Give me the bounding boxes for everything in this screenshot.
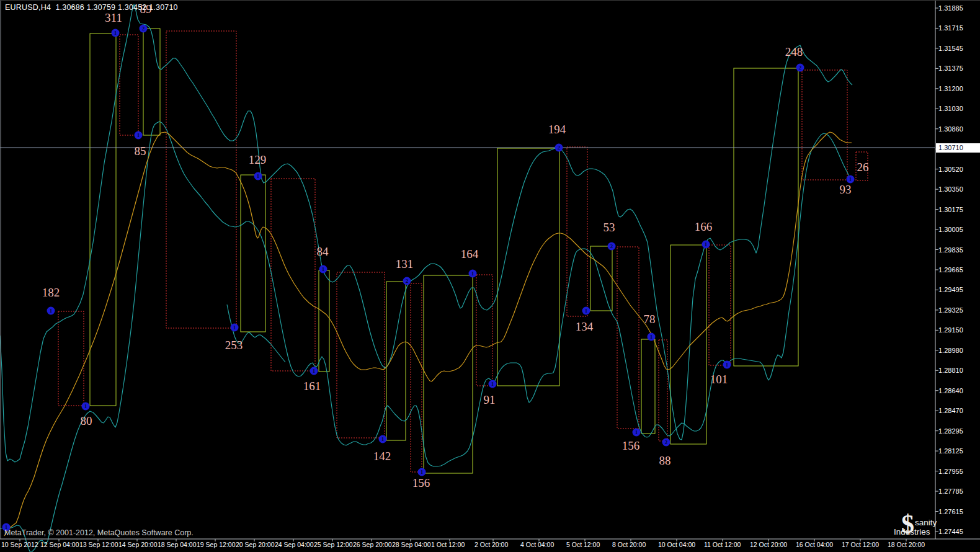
buy-zone-rect <box>590 246 612 311</box>
signal-marker-digit: 1 <box>313 368 316 374</box>
x-axis-label: 11 Oct 12:00 <box>704 541 741 548</box>
sell-zone-rect <box>617 247 639 429</box>
signal-count-label: 78 <box>644 313 656 326</box>
signal-count-label: 91 <box>484 393 496 406</box>
signal-marker-digit: 1 <box>849 176 852 182</box>
y-axis-label: 1.31715 <box>938 24 963 32</box>
signal-count-label: 85 <box>135 145 146 158</box>
x-axis-label: 4 Oct 04:00 <box>520 541 554 548</box>
x-axis-label: 18 Sep 04:00 <box>158 541 196 548</box>
buy-zone-rect <box>734 68 798 366</box>
buy-zone-rect <box>143 29 160 135</box>
x-axis-label: 14 Sep 20:00 <box>118 541 157 548</box>
x-axis-label: 18 Oct 20:00 <box>888 541 925 548</box>
sell-zone-rect <box>271 179 315 371</box>
signal-count-label: 84 <box>317 245 329 258</box>
y-axis-label: 1.28470 <box>938 407 963 414</box>
y-axis-label: 1.29665 <box>938 266 963 274</box>
y-axis-label: 1.31885 <box>938 4 963 12</box>
watermark-line1: sanity <box>915 518 937 527</box>
x-axis-label: 5 Oct 12:00 <box>566 541 600 548</box>
signal-marker-digit: 1 <box>50 308 53 314</box>
sell-zone-rect <box>709 245 731 365</box>
x-axis-label: 2 Oct 20:00 <box>474 541 508 548</box>
signal-marker-digit: 2 <box>142 25 145 32</box>
x-axis-label: 17 Oct 12:00 <box>842 541 879 548</box>
chart-canvas[interactable]: 1118218013111852891253112911611841142213… <box>0 1 980 552</box>
y-axis-label: 1.30860 <box>938 125 963 133</box>
sell-zone-rect <box>166 31 236 328</box>
signal-count-label: 129 <box>249 153 267 166</box>
signal-marker-digit: 1 <box>84 403 87 409</box>
signal-marker-digit: 1 <box>421 469 424 475</box>
price-line <box>0 4 852 462</box>
signal-marker-digit: 2 <box>406 278 409 284</box>
watermark: $ sanity Industries <box>891 514 935 541</box>
symbol-period-label: EURUSD,H4 <box>5 3 51 12</box>
signal-count-label: 88 <box>659 454 671 467</box>
buy-zone-rect <box>386 282 406 440</box>
signal-count-label: 164 <box>461 247 479 260</box>
chart-window: 1118218013111852891253112911611841142213… <box>0 0 980 552</box>
buy-zone-rect <box>424 275 473 473</box>
signal-count-label: 80 <box>81 414 92 427</box>
y-axis-label: 1.30350 <box>938 185 963 193</box>
x-axis-label: 28 Sep 04:00 <box>392 541 430 548</box>
copyright-text: MetaTrader, © 2001-2012, MetaQuotes Soft… <box>4 528 194 537</box>
x-axis-label: 12 Oct 20:00 <box>750 541 787 548</box>
signal-marker-digit: 2 <box>799 65 802 71</box>
x-axis-label: 10 Sep 2012 <box>1 541 38 548</box>
y-axis-label: 1.27445 <box>938 528 963 535</box>
x-axis-label: 1 Oct 12:00 <box>431 541 465 548</box>
sell-zone-rect <box>120 35 138 135</box>
x-axis-label: 16 Oct 04:00 <box>796 541 833 548</box>
signal-count-label: 53 <box>604 221 615 234</box>
sell-zone-rect <box>802 70 847 180</box>
signal-marker-digit: 2 <box>558 145 561 151</box>
signal-count-label: 93 <box>840 183 852 196</box>
signal-count-label: 134 <box>576 320 594 333</box>
x-axis-label: 12 Sep 04:00 <box>40 541 79 548</box>
x-axis-label: 20 Sep 20:00 <box>236 541 274 548</box>
signal-count-label: 182 <box>42 286 60 299</box>
y-axis-label: 1.28810 <box>938 367 963 374</box>
signal-count-label: 166 <box>695 220 713 233</box>
signal-marker-digit: 1 <box>705 241 708 247</box>
buy-zone-rect <box>641 339 655 434</box>
signal-count-label: 131 <box>396 257 414 270</box>
y-axis-label: 1.27785 <box>938 487 963 495</box>
x-axis-label: 13 Sep 12:00 <box>79 541 118 548</box>
signal-count-label: 156 <box>622 439 640 452</box>
signal-count-label: 161 <box>303 380 321 393</box>
y-axis-label: 1.29835 <box>938 246 963 254</box>
y-axis-label: 1.31030 <box>938 105 963 112</box>
x-axis-label: 24 Sep 04:00 <box>275 541 313 548</box>
y-axis-label: 1.27615 <box>938 508 963 515</box>
buy-zone-rect <box>90 33 116 406</box>
sell-zone-rect <box>411 283 422 472</box>
sell-zone-rect <box>476 275 492 386</box>
y-axis-label: 1.31375 <box>938 65 963 72</box>
signal-count-label: 253 <box>225 339 243 352</box>
signal-marker-digit: 2 <box>665 439 668 445</box>
signal-count-label: 194 <box>548 123 566 136</box>
signal-count-label: 101 <box>710 373 728 386</box>
x-axis-label: 19 Sep 12:00 <box>197 541 235 548</box>
signal-marker-digit: 1 <box>381 436 385 442</box>
signal-count-label: 156 <box>412 476 430 489</box>
sell-zone-rect <box>567 147 587 316</box>
signal-marker-digit: 1 <box>585 308 588 314</box>
signal-marker-digit: 1 <box>726 362 729 368</box>
x-axis-label: 10 Oct 04:00 <box>658 541 695 548</box>
signal-marker-digit: 1 <box>114 30 117 36</box>
y-axis-label: 1.31545 <box>938 45 963 52</box>
y-axis-label: 1.30175 <box>938 206 963 213</box>
signal-marker-digit: 1 <box>491 381 494 387</box>
signal-marker-digit: 1 <box>650 334 653 340</box>
y-axis-label: 1.27955 <box>938 468 963 475</box>
y-axis-label: 1.31200 <box>938 85 963 92</box>
x-axis-label: 26 Sep 20:00 <box>353 541 391 548</box>
ma-line <box>4 132 852 536</box>
y-axis-label: 1.28640 <box>938 387 963 394</box>
signal-count-label: 26 <box>857 161 869 174</box>
